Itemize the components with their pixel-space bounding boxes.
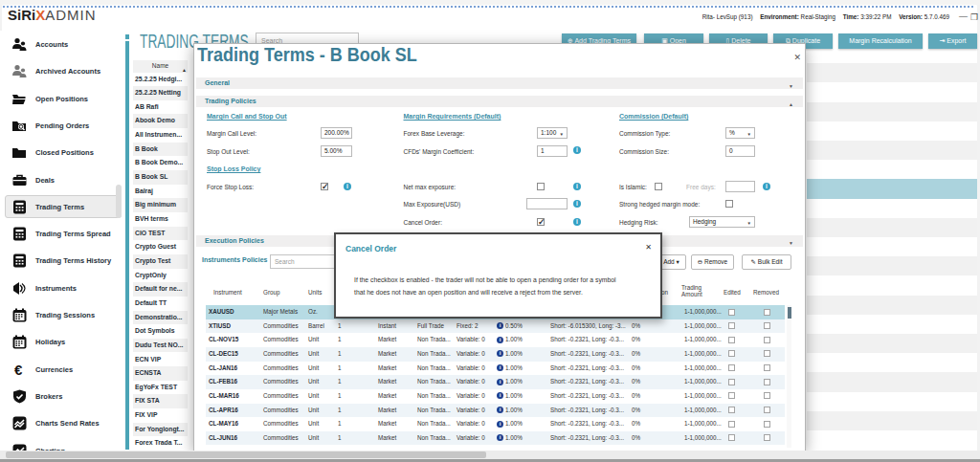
svg-text:€: € [14,362,23,378]
